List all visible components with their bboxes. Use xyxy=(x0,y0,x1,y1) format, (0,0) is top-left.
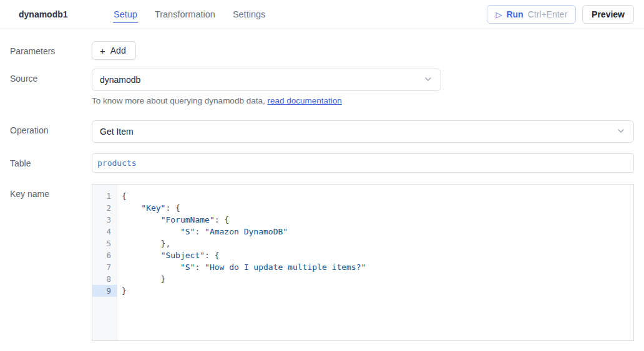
table-name-value: products xyxy=(97,158,137,168)
key-name-code-editor[interactable]: 123456789 { "Key": { "ForumName": { "S":… xyxy=(92,184,634,341)
code-line[interactable]: } xyxy=(122,273,633,285)
code-line[interactable]: }, xyxy=(122,238,633,249)
run-button-label: Run xyxy=(506,9,523,19)
tab-setup[interactable]: Setup xyxy=(113,6,138,23)
code-line[interactable]: } xyxy=(122,285,633,297)
read-documentation-link[interactable]: read documentation xyxy=(267,96,341,105)
key-name-row: Key name 123456789 { "Key": { "ForumName… xyxy=(0,184,644,341)
line-number: 7 xyxy=(92,261,117,273)
run-button[interactable]: ▷ Run Ctrl+Enter xyxy=(487,5,576,24)
line-number: 5 xyxy=(92,238,117,249)
line-number: 9 xyxy=(92,285,117,297)
code-line[interactable]: "S": "How do I update multiple items?" xyxy=(122,261,633,273)
code-line[interactable]: "S": "Amazon DynamoDB" xyxy=(122,226,633,238)
key-name-label: Key name xyxy=(0,184,92,341)
table-label: Table xyxy=(0,153,92,173)
add-parameter-label: Add xyxy=(110,46,126,55)
run-shortcut-hint: Ctrl+Enter xyxy=(528,9,567,19)
tab-settings[interactable]: Settings xyxy=(232,6,266,23)
code-line[interactable]: "ForumName": { xyxy=(122,214,633,226)
line-number: 8 xyxy=(92,273,117,285)
line-number: 4 xyxy=(92,226,117,238)
tab-transformation[interactable]: Transformation xyxy=(154,6,216,23)
tab-bar: Setup Transformation Settings xyxy=(113,0,266,29)
code-line[interactable]: { xyxy=(122,190,633,202)
parameters-label: Parameters xyxy=(0,41,92,60)
preview-button[interactable]: Preview xyxy=(582,5,634,24)
table-name-input[interactable]: products xyxy=(92,153,634,173)
chevron-down-icon xyxy=(423,74,433,86)
plus-icon: + xyxy=(100,46,105,55)
editor-code[interactable]: { "Key": { "ForumName": { "S": "Amazon D… xyxy=(117,185,633,340)
source-label: Source xyxy=(0,69,92,105)
operation-select[interactable]: Get Item xyxy=(92,120,634,143)
source-select[interactable]: dynamodb xyxy=(92,69,441,91)
operation-label: Operation xyxy=(0,120,92,143)
parameters-row: Parameters + Add xyxy=(0,41,644,60)
code-line[interactable]: "Key": { xyxy=(122,202,633,214)
chevron-down-icon xyxy=(616,126,626,138)
code-line[interactable]: "Subject": { xyxy=(122,249,633,261)
line-number: 6 xyxy=(92,249,117,261)
operation-row: Operation Get Item xyxy=(0,120,644,143)
line-number: 3 xyxy=(92,214,117,226)
line-number: 2 xyxy=(92,202,117,214)
add-parameter-button[interactable]: + Add xyxy=(92,41,136,60)
query-title: dynamodb1 xyxy=(19,9,113,19)
play-icon: ▷ xyxy=(495,11,502,19)
source-helper-text: To know more about querying dynamodb dat… xyxy=(92,96,634,105)
table-row: Table products xyxy=(0,153,644,173)
header-actions: ▷ Run Ctrl+Enter Preview xyxy=(487,5,634,24)
source-select-value: dynamodb xyxy=(100,75,140,85)
source-row: Source dynamodb To know more about query… xyxy=(0,69,644,105)
line-number: 1 xyxy=(92,190,117,202)
editor-gutter: 123456789 xyxy=(92,185,117,340)
operation-select-value: Get Item xyxy=(100,127,134,137)
header: dynamodb1 Setup Transformation Settings … xyxy=(0,0,644,29)
source-helper-prefix: To know more about querying dynamodb dat… xyxy=(92,96,267,105)
